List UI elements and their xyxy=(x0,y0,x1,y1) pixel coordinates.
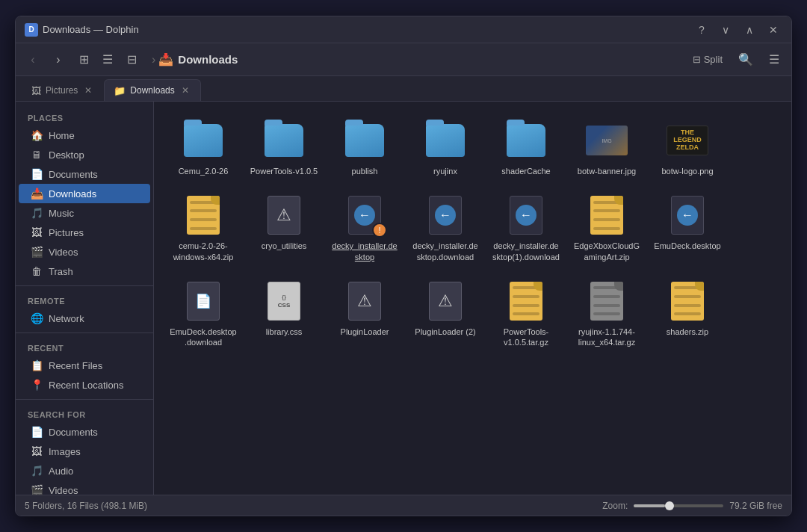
back-button[interactable]: ‹ xyxy=(22,49,44,71)
cemu-zip-label: cemu-2.0-26-windows-x64.zip xyxy=(169,241,238,262)
botw-logo-icon: THELEGENDZELDA xyxy=(667,120,708,161)
file-item-cemu-zip[interactable]: cemu-2.0-26-windows-x64.zip xyxy=(166,188,241,268)
sidebar-item-pictures[interactable]: 🖼 Pictures xyxy=(19,223,150,242)
file-item-powertools-tar[interactable]: PowerTools-v1.0.5.tar.gz xyxy=(489,274,563,354)
file-item-botw-banner[interactable]: IMG botw-banner.jpg xyxy=(569,114,644,182)
search-images-icon: 🖼 xyxy=(31,445,43,457)
sidebar-item-search-videos[interactable]: 🎬 Videos xyxy=(19,480,150,495)
tab-downloads[interactable]: 📁 Downloads ✕ xyxy=(104,79,200,101)
sidebar-item-music[interactable]: 🎵 Music xyxy=(19,203,150,223)
split-view-button[interactable]: ⊟ xyxy=(120,49,143,71)
pictures-icon: 🖼 xyxy=(31,226,43,238)
toolbar: ‹ › ⊞ ☰ ⊟ › 📥 Downloads ⊟ Split 🔍 ☰ xyxy=(16,43,791,76)
breadcrumb-current: 📥 Downloads xyxy=(158,52,238,66)
zoom-slider[interactable] xyxy=(634,504,723,507)
sidebar: Places 🏠 Home 🖥 Desktop 📄 Documents 📥 Do… xyxy=(16,102,154,495)
sidebar-item-recent-locations[interactable]: 📍 Recent Locations xyxy=(19,375,150,395)
file-item-emudeck1[interactable]: ← EmuDeck.desktop xyxy=(650,188,725,268)
statusbar: 5 Folders, 16 Files (498.1 MiB) Zoom: 79… xyxy=(16,495,791,516)
sidebar-item-videos[interactable]: 🎬 Videos xyxy=(19,242,150,262)
search-button[interactable]: 🔍 xyxy=(735,49,757,71)
shadercache-label: shaderCache xyxy=(501,166,550,176)
sidebar-item-trash[interactable]: 🗑 Trash xyxy=(19,262,150,281)
file-item-library-css[interactable]: {} CSS library.css xyxy=(247,274,321,354)
file-item-emudeck2[interactable]: 📄 EmuDeck.desktop.download xyxy=(166,274,241,354)
downloads-tab-icon: 📁 xyxy=(114,85,126,96)
sidebar-item-search-documents[interactable]: 📄 Documents xyxy=(19,422,150,442)
trash-label: Trash xyxy=(49,266,73,277)
home-label: Home xyxy=(49,130,75,141)
close-button[interactable]: ✕ xyxy=(764,21,782,39)
titlebar-left: D Downloads — Dolphin xyxy=(25,23,139,37)
sidebar-item-home[interactable]: 🏠 Home xyxy=(19,126,150,145)
file-item-pluginloader1[interactable]: ⚠ PluginLoader xyxy=(327,274,402,354)
pluginloader1-label: PluginLoader xyxy=(341,327,389,337)
split-button[interactable]: ⊟ Split xyxy=(687,51,729,68)
shaders-zip-icon xyxy=(667,280,708,322)
publish-folder-icon xyxy=(344,120,386,161)
search-header: Search For xyxy=(16,404,153,422)
shaders-zip-label: shaders.zip xyxy=(667,327,708,337)
file-item-decky2[interactable]: ← decky_installer.desktop.download xyxy=(408,188,483,268)
library-css-label: library.css xyxy=(266,327,303,337)
file-item-cryo[interactable]: ⚠ cryo_utilities xyxy=(247,188,321,268)
sidebar-item-recent-files[interactable]: 📋 Recent Files xyxy=(19,356,150,375)
menu-button[interactable]: ☰ xyxy=(763,49,785,71)
sidebar-item-search-audio[interactable]: 🎵 Audio xyxy=(19,461,150,480)
search-docs-label: Documents xyxy=(49,427,98,438)
file-item-shadercache[interactable]: shaderCache xyxy=(489,114,563,182)
file-item-publish[interactable]: publish xyxy=(327,114,402,182)
sidebar-item-downloads[interactable]: 📥 Downloads xyxy=(19,184,150,203)
places-header: Places xyxy=(16,108,153,126)
edge-zip-label: EdgeXboxCloudGamingArt.zip xyxy=(572,241,641,262)
emudeck1-label: EmuDeck.desktop xyxy=(654,241,720,251)
recent-locations-icon: 📍 xyxy=(31,379,43,391)
sidebar-item-documents[interactable]: 📄 Documents xyxy=(19,164,150,184)
maximize-button[interactable]: ∧ xyxy=(740,21,758,39)
sidebar-item-network[interactable]: 🌐 Network xyxy=(19,309,150,328)
sidebar-item-desktop[interactable]: 🖥 Desktop xyxy=(19,145,150,164)
zoom-track xyxy=(634,504,665,507)
file-item-decky1[interactable]: ← ! decky_installer.desktop xyxy=(327,188,402,268)
search-images-label: Images xyxy=(49,446,81,457)
desktop-icon: 🖥 xyxy=(31,149,43,161)
publish-label: publish xyxy=(352,166,378,176)
powertools-tar-icon xyxy=(505,280,547,322)
app-icon: D xyxy=(25,23,38,37)
downloads-tab-close[interactable]: ✕ xyxy=(179,84,191,96)
file-item-powertools[interactable]: PowerTools-v1.0.5 xyxy=(247,114,321,182)
file-item-shaders-zip[interactable]: shaders.zip xyxy=(650,274,725,354)
shadercache-folder-icon xyxy=(505,120,547,161)
detail-view-button[interactable]: ☰ xyxy=(96,49,119,71)
file-item-ryujinx[interactable]: ryujinx xyxy=(408,114,483,182)
downloads-label: Downloads xyxy=(49,188,96,200)
botw-banner-label: botw-banner.jpg xyxy=(578,166,636,176)
pictures-label: Pictures xyxy=(49,227,84,238)
search-docs-icon: 📄 xyxy=(31,426,43,438)
forward-button[interactable]: › xyxy=(47,49,69,71)
music-icon: 🎵 xyxy=(31,207,43,219)
search-audio-icon: 🎵 xyxy=(31,465,43,477)
pictures-tab-close[interactable]: ✕ xyxy=(82,84,94,96)
tab-pictures[interactable]: 🖼 Pictures ✕ xyxy=(22,79,104,101)
file-item-cemu[interactable]: Cemu_2.0-26 xyxy=(166,114,241,182)
zoom-thumb[interactable] xyxy=(665,501,674,510)
sidebar-item-search-images[interactable]: 🖼 Images xyxy=(19,442,150,461)
search-audio-label: Audio xyxy=(49,466,73,477)
file-item-ryujinx-tar[interactable]: ryujinx-1.1.744-linux_x64.tar.gz xyxy=(569,274,644,354)
recent-files-icon: 📋 xyxy=(31,359,43,371)
file-item-pluginloader2[interactable]: ⚠ PluginLoader (2) xyxy=(408,274,483,354)
emudeck2-label: EmuDeck.desktop.download xyxy=(169,327,238,348)
zoom-label: Zoom: xyxy=(602,501,628,511)
icon-view-button[interactable]: ⊞ xyxy=(72,49,95,71)
ryujinx-tar-icon xyxy=(586,280,628,322)
file-item-botw-logo[interactable]: THELEGENDZELDA botw-logo.png xyxy=(650,114,725,182)
ryujinx-tar-label: ryujinx-1.1.744-linux_x64.tar.gz xyxy=(572,327,641,348)
file-item-edge-zip[interactable]: EdgeXboxCloudGamingArt.zip xyxy=(569,188,644,268)
ryujinx-label: ryujinx xyxy=(433,166,457,176)
minimize-button[interactable]: ∨ xyxy=(717,21,735,39)
help-button[interactable]: ? xyxy=(693,21,711,39)
file-item-decky3[interactable]: ← decky_installer.desktop(1).download xyxy=(489,188,563,268)
downloads-tab-label: Downloads xyxy=(130,85,174,96)
titlebar-title: Downloads — Dolphin xyxy=(43,24,139,35)
